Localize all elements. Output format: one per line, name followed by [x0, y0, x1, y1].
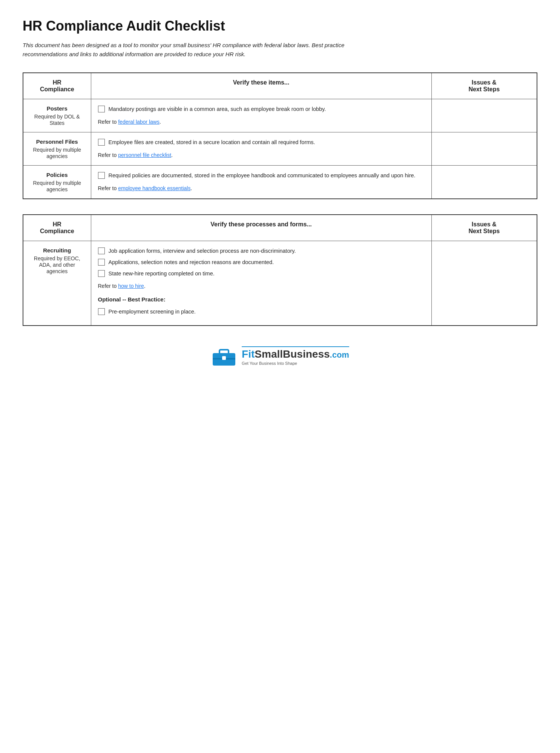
table2-header-col3: Issues &Next Steps — [431, 215, 537, 241]
category-sub-posters: Required by DOL & States — [34, 114, 80, 126]
issues-cell-personnel — [431, 132, 537, 166]
checkbox-label: Employee files are created, stored in a … — [109, 138, 315, 147]
table-processes: HRCompliance Verify these processes and … — [23, 214, 537, 326]
best-practice-label: Optional -- Best Practice: — [98, 295, 425, 304]
logo-text-block: FitSmallBusiness.com Get Your Business I… — [242, 346, 349, 366]
refer-line-recruiting: Refer to how to hire. — [98, 282, 425, 290]
checkbox[interactable] — [98, 270, 105, 277]
checkbox[interactable] — [98, 106, 105, 112]
logo-line — [242, 346, 349, 347]
checkbox-label: Applications, selection notes and reject… — [109, 258, 274, 267]
table1-header-col1: HRCompliance — [23, 73, 91, 99]
category-sub-recruiting: Required by EEOC, ADA, and other agencie… — [34, 255, 80, 274]
table-row: Recruiting Required by EEOC, ADA, and ot… — [23, 241, 537, 326]
category-name-policies: Policies — [30, 172, 84, 178]
category-name-posters: Posters — [30, 105, 84, 112]
category-cell-policies: Policies Required by multiple agencies — [23, 166, 91, 199]
checkbox[interactable] — [98, 259, 105, 266]
svg-rect-3 — [222, 356, 226, 360]
logo-icon — [211, 345, 237, 367]
category-cell-recruiting: Recruiting Required by EEOC, ADA, and ot… — [23, 241, 91, 326]
table-row: Policies Required by multiple agencies R… — [23, 166, 537, 199]
table-row: Personnel Files Required by multiple age… — [23, 132, 537, 166]
checkbox-label: State new-hire reporting completed on ti… — [109, 270, 215, 278]
category-sub-policies: Required by multiple agencies — [33, 180, 81, 192]
intro-text: This document has been designed as a too… — [23, 41, 381, 59]
checkbox-label: Mandatory postings are visible in a comm… — [109, 105, 326, 114]
checkbox-label: Job application forms, interview and sel… — [109, 247, 296, 255]
how-to-hire-link[interactable]: how to hire — [118, 283, 144, 289]
checkbox-item: Required policies are documented, stored… — [98, 172, 425, 180]
logo-fit: Fit — [242, 348, 255, 360]
checkbox[interactable] — [98, 308, 105, 315]
category-cell-personnel: Personnel Files Required by multiple age… — [23, 132, 91, 166]
verify-cell-policies: Required policies are documented, stored… — [91, 166, 431, 199]
table-row: Posters Required by DOL & States Mandato… — [23, 99, 537, 132]
category-name-recruiting: Recruiting — [30, 247, 84, 254]
checkbox[interactable] — [98, 247, 105, 254]
table2-header-col2: Verify these processes and forms... — [91, 215, 431, 241]
checkbox-item: State new-hire reporting completed on ti… — [98, 270, 425, 278]
checkbox[interactable] — [98, 172, 105, 179]
issues-cell-posters — [431, 99, 537, 132]
employee-handbook-essentials-link[interactable]: employee handbook essentials — [118, 185, 190, 191]
logo-tagline: Get Your Business Into Shape — [242, 361, 297, 366]
svg-rect-1 — [219, 350, 229, 354]
verify-cell-posters: Mandatory postings are visible in a comm… — [91, 99, 431, 132]
category-cell-posters: Posters Required by DOL & States — [23, 99, 91, 132]
table-items: HRCompliance Verify these items... Issue… — [23, 72, 537, 199]
refer-line-posters: Refer to federal labor laws. — [98, 118, 425, 126]
refer-line-personnel: Refer to personnel file checklist. — [98, 151, 425, 159]
checkbox-item: Employee files are created, stored in a … — [98, 138, 425, 147]
issues-cell-policies — [431, 166, 537, 199]
checkbox-item-best-practice: Pre-employment screening in place. — [98, 308, 425, 316]
footer: FitSmallBusiness.com Get Your Business I… — [23, 341, 537, 367]
category-sub-personnel: Required by multiple agencies — [33, 147, 81, 159]
refer-line-policies: Refer to employee handbook essentials. — [98, 184, 425, 192]
table1-header-col3: Issues &Next Steps — [431, 73, 537, 99]
checkbox-item: Job application forms, interview and sel… — [98, 247, 425, 255]
checkbox-item: Applications, selection notes and reject… — [98, 258, 425, 267]
verify-cell-personnel: Employee files are created, stored in a … — [91, 132, 431, 166]
issues-cell-recruiting — [431, 241, 537, 326]
personnel-file-checklist-link[interactable]: personnel file checklist — [118, 152, 171, 158]
logo-com: .com — [330, 350, 349, 360]
checkbox-item: Mandatory postings are visible in a comm… — [98, 105, 425, 114]
table2-header-col1: HRCompliance — [23, 215, 91, 241]
checkbox-label: Required policies are documented, stored… — [109, 172, 416, 180]
table1-header-col2: Verify these items... — [91, 73, 431, 99]
logo-container: FitSmallBusiness.com Get Your Business I… — [211, 345, 349, 367]
category-name-personnel: Personnel Files — [30, 138, 84, 145]
checkbox[interactable] — [98, 139, 105, 146]
checkbox-label: Pre-employment screening in place. — [109, 308, 196, 316]
federal-labor-laws-link[interactable]: federal labor laws — [118, 119, 160, 125]
page-title: HR Compliance Audit Checklist — [23, 18, 537, 34]
logo-small-business: SmallBusiness — [255, 348, 330, 360]
verify-cell-recruiting: Job application forms, interview and sel… — [91, 241, 431, 326]
logo-brand: FitSmallBusiness.com — [242, 348, 349, 360]
